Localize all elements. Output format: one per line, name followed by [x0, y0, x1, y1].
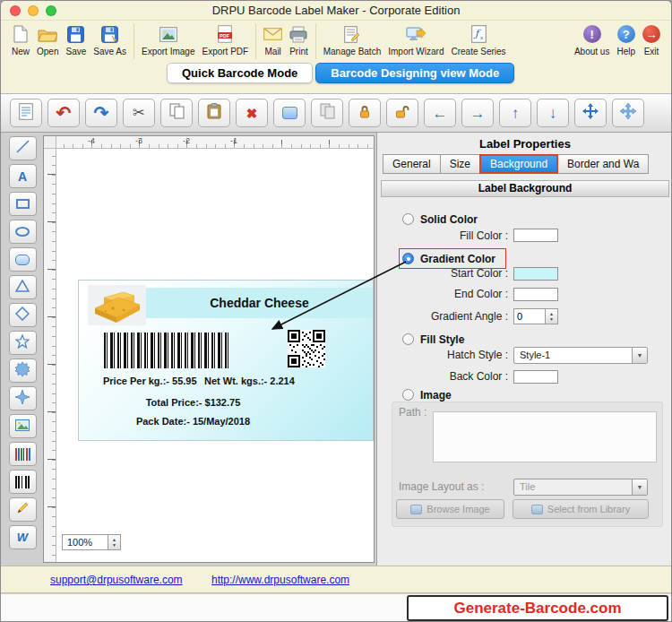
zoom-window-button[interactable]: [46, 5, 56, 16]
toolbar-import-wizard-button[interactable]: Import Wizard: [388, 22, 444, 56]
tool-seal[interactable]: [9, 359, 37, 383]
total-price-text[interactable]: Total Price:- $132.75: [79, 397, 307, 408]
lock-button[interactable]: [349, 99, 381, 127]
move-left-button[interactable]: ←: [424, 99, 456, 127]
svg-text:PDF: PDF: [220, 33, 230, 39]
section-header: Label Background: [381, 180, 669, 197]
tool-rounded-rectangle[interactable]: [9, 247, 37, 272]
tool-four-point-star[interactable]: [9, 386, 37, 410]
price-text[interactable]: Price Per kg.:- 55.95: [103, 376, 197, 386]
redo-icon: ↷: [94, 104, 109, 122]
tool-rectangle[interactable]: [9, 192, 37, 216]
toolbar-print-button[interactable]: Print: [289, 22, 308, 56]
toolbar-manage-batch-button[interactable]: Manage Batch: [323, 22, 382, 56]
toolbar-save-as-button[interactable]: Save As: [93, 22, 126, 56]
report-button[interactable]: [10, 99, 42, 127]
fill-color-button[interactable]: [273, 99, 306, 127]
report-icon: [19, 103, 33, 124]
tab-size[interactable]: Size: [440, 154, 480, 174]
tool-image[interactable]: [9, 414, 37, 438]
move-right-button[interactable]: →: [461, 99, 494, 127]
tool-line[interactable]: [9, 136, 37, 160]
toolbar-mail-button[interactable]: Mail: [263, 22, 282, 56]
tool-ellipse[interactable]: [9, 220, 37, 244]
gradient-angle-input[interactable]: [513, 308, 546, 324]
tool-star[interactable]: [9, 331, 37, 355]
pack-date-text[interactable]: Pack Date:- 15/May/2018: [79, 416, 307, 427]
toolbar-open-button[interactable]: Open: [37, 22, 58, 56]
zoom-stepper[interactable]: ▲▼: [108, 535, 120, 549]
cut-button[interactable]: ✂: [123, 99, 155, 127]
select-from-library-button[interactable]: Select from Library: [513, 499, 649, 519]
fill-style-radio[interactable]: [402, 333, 414, 345]
toolbar-create-series-button[interactable]: ƒx Create Series: [451, 22, 505, 56]
seal-icon: [15, 362, 30, 380]
design-canvas[interactable]: -4 -3 -2 -1 Cheddar Cheese Price Per kg.…: [43, 135, 375, 563]
support-email-link[interactable]: support@drpusoftware.com: [50, 574, 183, 586]
gradient-color-radio[interactable]: [402, 253, 414, 264]
gradient-color-option[interactable]: Gradient Color: [402, 252, 495, 265]
angle-stepper[interactable]: ▲▼: [546, 308, 558, 324]
paste-button[interactable]: [198, 99, 230, 127]
back-color-swatch[interactable]: [513, 370, 558, 384]
qr-code-object[interactable]: [288, 330, 325, 367]
end-color-swatch[interactable]: [513, 288, 558, 301]
tool-colored-barcode[interactable]: [9, 442, 37, 466]
move-up-button[interactable]: ↑: [499, 99, 531, 127]
new-document-icon: [13, 22, 28, 46]
website-link[interactable]: http://www.drpusoftware.com: [211, 574, 349, 586]
barcode-object[interactable]: [104, 333, 228, 368]
tool-barcode[interactable]: [9, 470, 37, 494]
image-layout-dropdown[interactable]: Tile ▼: [513, 479, 648, 496]
barcode-designing-mode-tab[interactable]: Barcode Designing view Mode: [315, 63, 514, 83]
copy-icon: [169, 103, 185, 123]
delete-button[interactable]: ✖: [236, 99, 268, 127]
hatch-style-dropdown[interactable]: Style-1 ▼: [513, 347, 648, 364]
save-icon: [67, 22, 84, 46]
tab-background[interactable]: Background: [479, 154, 558, 174]
fill-color-swatch[interactable]: [513, 229, 558, 242]
center-object-button[interactable]: [612, 99, 644, 127]
tool-text[interactable]: A: [9, 164, 37, 188]
copy-button[interactable]: [160, 99, 193, 127]
toolbar-exit-button[interactable]: → Exit: [642, 22, 660, 56]
toolbar-about-button[interactable]: ! About us: [574, 22, 609, 56]
gradient-angle-field: ▲▼: [513, 308, 558, 324]
image-radio[interactable]: [402, 389, 414, 401]
close-window-button[interactable]: [10, 5, 21, 16]
move-object-button[interactable]: [574, 99, 607, 127]
cheese-photo[interactable]: [88, 285, 146, 325]
fill-style-option[interactable]: Fill Style: [402, 333, 464, 346]
toolbar-help-button[interactable]: ? Help: [616, 22, 635, 56]
tab-general[interactable]: General: [383, 154, 441, 174]
product-name[interactable]: Cheddar Cheese: [146, 288, 373, 318]
net-weight-text[interactable]: Net Wt. kgs.:- 2.214: [204, 376, 295, 386]
image-path-textarea[interactable]: [433, 411, 657, 462]
toolbar-export-image-button[interactable]: Export Image: [142, 22, 194, 56]
toolbar-new-button[interactable]: New: [12, 22, 30, 56]
zoom-control[interactable]: 100% ▲▼: [62, 534, 121, 550]
toolbar-export-pdf-button[interactable]: PDF Export PDF: [202, 22, 248, 56]
image-option[interactable]: Image: [402, 388, 452, 402]
minimize-window-button[interactable]: [28, 5, 39, 16]
copy-style-button[interactable]: [311, 99, 343, 127]
text-tool-icon: A: [18, 169, 27, 184]
unlock-button[interactable]: [386, 99, 418, 127]
tool-watermark[interactable]: W: [9, 525, 37, 549]
toolbar-save-button[interactable]: Save: [65, 22, 86, 56]
tool-diamond[interactable]: [9, 303, 37, 327]
edit-toolbar: ↶ ↷ ✂ ✖ ← → ↑ ↓: [1, 93, 671, 133]
solid-color-option[interactable]: Solid Color: [402, 212, 478, 226]
browse-image-button[interactable]: Browse Image: [396, 499, 504, 519]
zoom-value: 100%: [63, 537, 108, 548]
move-down-button[interactable]: ↓: [537, 99, 569, 127]
solid-color-radio[interactable]: [402, 213, 414, 225]
tool-triangle[interactable]: [9, 275, 37, 299]
quick-barcode-mode-tab[interactable]: Quick Barcode Mode: [167, 63, 313, 83]
redo-button[interactable]: ↷: [85, 99, 117, 127]
tab-border-watermark[interactable]: Border and Wa: [557, 154, 649, 174]
label-design-object[interactable]: Cheddar Cheese Price Per kg.:- 55.95 Net…: [78, 280, 374, 441]
start-color-swatch[interactable]: [513, 267, 558, 281]
tool-pencil[interactable]: [9, 497, 37, 522]
undo-button[interactable]: ↶: [47, 99, 80, 127]
